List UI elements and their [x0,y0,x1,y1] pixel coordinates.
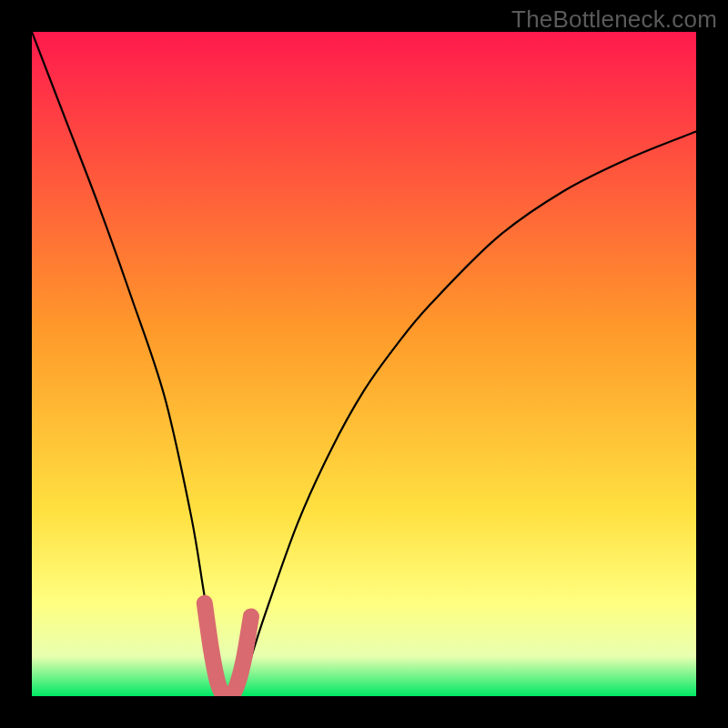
plot-area [32,32,696,696]
gradient-background [32,32,696,696]
watermark-text: TheBottleneck.com [511,5,717,34]
chart-svg [32,32,696,696]
chart-frame: TheBottleneck.com [0,0,728,728]
